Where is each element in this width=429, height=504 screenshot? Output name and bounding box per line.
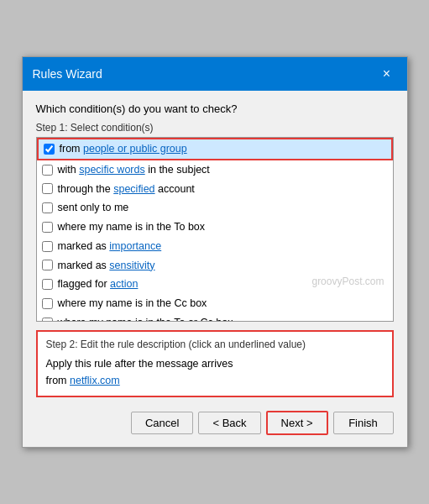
condition-checkbox-7[interactable] — [42, 279, 53, 290]
button-row: Cancel < Back Next > Finish — [36, 406, 394, 438]
condition-item-0[interactable]: from people or public group — [37, 138, 393, 160]
condition-link-0[interactable]: people or public group — [83, 143, 187, 155]
condition-item-7[interactable]: flagged for action — [37, 275, 393, 294]
finish-button[interactable]: Finish — [333, 412, 394, 434]
rules-wizard-dialog: Rules Wizard × Which condition(s) do you… — [22, 56, 408, 448]
step2-link[interactable]: netflix.com — [70, 375, 120, 386]
back-button[interactable]: < Back — [198, 412, 260, 434]
condition-item-3[interactable]: sent only to me — [37, 198, 393, 218]
condition-text-0: from people or public group — [60, 141, 187, 157]
title-bar: Rules Wizard × — [23, 57, 407, 91]
condition-text-7: flagged for action — [58, 276, 139, 292]
condition-text-5: marked as importance — [58, 239, 162, 255]
condition-item-4[interactable]: where my name is in the To box — [37, 218, 393, 237]
dialog-title: Rules Wizard — [33, 67, 102, 81]
condition-text-9: where my name is in the To or Cc box — [58, 315, 233, 322]
condition-text-4: where my name is in the To box — [58, 219, 206, 235]
condition-item-2[interactable]: through the specified account — [37, 180, 393, 199]
next-button[interactable]: Next > — [266, 411, 328, 435]
condition-checkbox-1[interactable] — [42, 165, 53, 176]
step2-description: Apply this rule after the message arrive… — [46, 355, 384, 389]
condition-item-8[interactable]: where my name is in the Cc box — [37, 294, 393, 313]
condition-link-1[interactable]: specific words — [79, 164, 145, 176]
condition-checkbox-9[interactable] — [42, 318, 53, 322]
condition-link-6[interactable]: sensitivity — [109, 260, 154, 271]
cancel-button[interactable]: Cancel — [131, 412, 193, 434]
condition-checkbox-8[interactable] — [42, 298, 53, 309]
conditions-list: from people or public groupwith specific… — [36, 137, 394, 322]
condition-text-8: where my name is in the Cc box — [58, 296, 207, 312]
condition-link-2[interactable]: specified — [113, 183, 154, 195]
close-button[interactable]: × — [377, 64, 397, 84]
condition-link-7[interactable]: action — [110, 278, 138, 290]
condition-text-3: sent only to me — [58, 200, 129, 216]
condition-item-1[interactable]: with specific words in the subject — [37, 160, 393, 180]
condition-checkbox-2[interactable] — [42, 183, 53, 194]
condition-text-2: through the specified account — [58, 181, 195, 197]
dialog-question: Which condition(s) do you want to check? — [36, 102, 394, 115]
condition-item-9[interactable]: where my name is in the To or Cc box — [37, 313, 393, 322]
condition-checkbox-6[interactable] — [42, 260, 53, 270]
dialog-body: Which condition(s) do you want to check?… — [23, 91, 407, 447]
condition-checkbox-4[interactable] — [42, 222, 53, 233]
step1-label: Step 1: Select condition(s) — [36, 122, 394, 134]
step2-label: Step 2: Edit the rule description (click… — [46, 339, 384, 350]
condition-checkbox-3[interactable] — [42, 202, 53, 213]
condition-checkbox-5[interactable] — [42, 241, 53, 252]
step2-box: Step 2: Edit the rule description (click… — [36, 330, 394, 397]
condition-item-6[interactable]: marked as sensitivity — [37, 256, 393, 276]
step2-from-text: from — [46, 375, 67, 386]
step2-pre-text: Apply this rule after the message arrive… — [46, 358, 233, 370]
condition-text-6: marked as sensitivity — [58, 258, 155, 274]
condition-link-5[interactable]: importance — [109, 240, 161, 252]
condition-text-1: with specific words in the subject — [58, 162, 210, 178]
condition-checkbox-0[interactable] — [44, 144, 55, 155]
condition-item-5[interactable]: marked as importance — [37, 237, 393, 256]
